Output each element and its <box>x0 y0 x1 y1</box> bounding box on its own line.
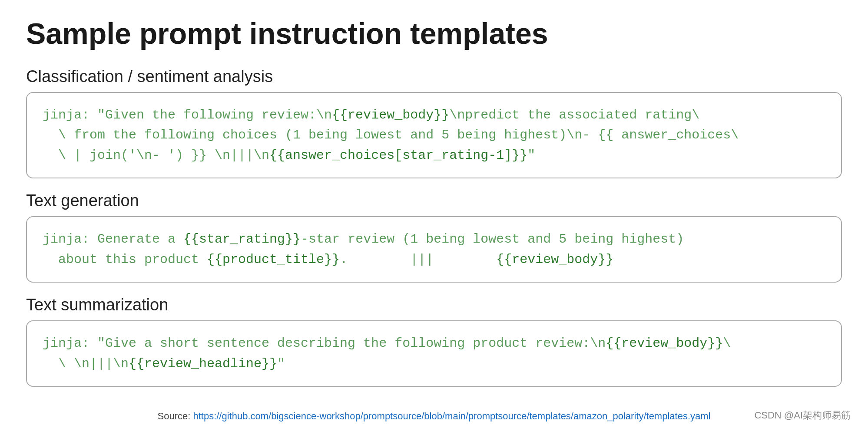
code-block-text-summarization: jinja: "Give a short sentence describing… <box>26 320 842 387</box>
code-text-summarization: jinja: "Give a short sentence describing… <box>43 333 825 374</box>
section-label-classification: Classification / sentiment analysis <box>26 67 842 86</box>
code-span: " <box>277 356 285 371</box>
footer: Source: https://github.com/bigscience-wo… <box>0 411 868 422</box>
code-span: jinja: Generate a <box>43 232 183 247</box>
code-span: {{review_body}} <box>496 252 613 267</box>
code-block-classification: jinja: "Given the following review:\n{{r… <box>26 92 842 179</box>
code-text-classification: jinja: "Given the following review:\n{{r… <box>43 105 825 166</box>
code-span: {{review_headline}} <box>129 356 277 371</box>
code-span: " <box>527 148 535 163</box>
code-span: . ||| <box>340 252 496 267</box>
section-text-generation: Text generation jinja: Generate a {{star… <box>26 191 842 283</box>
watermark: CSDN @AI架构师易筋 <box>754 409 851 422</box>
section-classification: Classification / sentiment analysis jinj… <box>26 67 842 179</box>
code-span: jinja: "Given the following review:\n <box>43 108 332 122</box>
code-span: {{product_title}} <box>207 252 340 267</box>
code-text-generation: jinja: Generate a {{star_rating}}-star r… <box>43 229 825 270</box>
code-span: {{review_body}} <box>332 108 449 122</box>
code-span: {{answer_choices[star_rating-1]}} <box>269 148 527 163</box>
code-block-text-generation: jinja: Generate a {{star_rating}}-star r… <box>26 216 842 283</box>
code-span: {{star_rating}} <box>183 232 301 247</box>
source-link[interactable]: https://github.com/bigscience-workshop/p… <box>193 411 710 421</box>
page-title: Sample prompt instruction templates <box>26 17 842 50</box>
section-text-summarization: Text summarization jinja: "Give a short … <box>26 296 842 387</box>
code-span: {{review_body}} <box>606 336 723 351</box>
source-label: Source: <box>158 411 193 421</box>
section-label-text-summarization: Text summarization <box>26 296 842 314</box>
section-label-text-generation: Text generation <box>26 191 842 210</box>
code-span: jinja: "Give a short sentence describing… <box>43 336 606 351</box>
main-container: Sample prompt instruction templates Clas… <box>0 0 868 408</box>
